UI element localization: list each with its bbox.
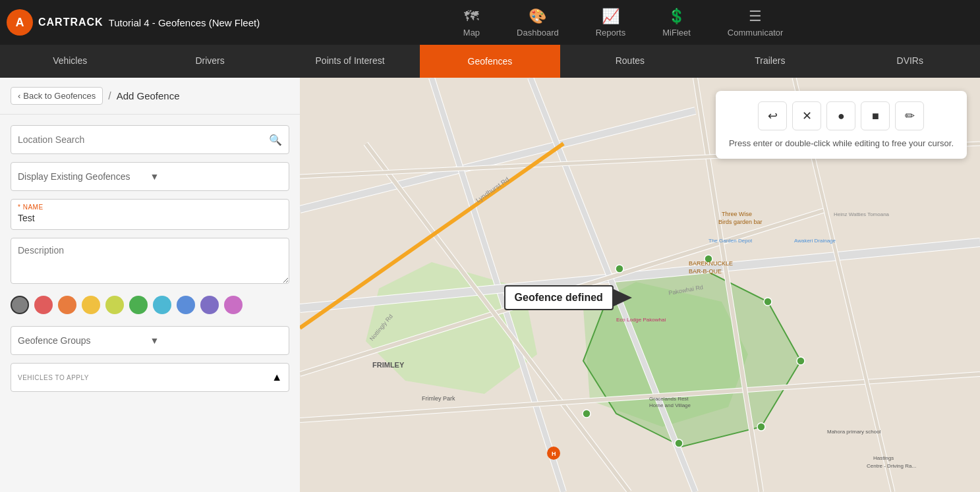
color-swatch-cyan[interactable] xyxy=(153,296,171,314)
tab-drivers[interactable]: Drivers xyxy=(140,45,279,78)
color-swatch-lime[interactable] xyxy=(105,296,124,314)
location-search-input[interactable] xyxy=(18,134,269,145)
dashboard-icon: 🎨 xyxy=(529,8,546,25)
svg-text:Hastings: Hastings xyxy=(873,455,894,461)
logo-area: A CARTRACK Tutorial 4 - Geofences (New F… xyxy=(7,9,260,36)
back-to-geofences-button[interactable]: ‹ Back to Geofences xyxy=(11,87,103,105)
nav-item-communicator[interactable]: ☰ Communicator xyxy=(709,3,802,43)
geofence-defined-label: Geofence defined xyxy=(504,285,614,310)
geofence-groups-label: Geofence Groups xyxy=(18,335,150,346)
color-swatch-pink[interactable] xyxy=(224,296,243,314)
color-swatch-purple[interactable] xyxy=(200,296,219,314)
nav-label-reports: Reports xyxy=(596,28,626,38)
description-field[interactable] xyxy=(11,238,289,284)
square-icon: ■ xyxy=(872,109,879,123)
svg-point-35 xyxy=(757,423,765,431)
back-button-label: Back to Geofences xyxy=(23,91,96,101)
svg-point-34 xyxy=(797,357,805,365)
svg-point-36 xyxy=(675,439,683,447)
close-toolbar-button[interactable]: ✕ xyxy=(792,101,821,130)
name-field-group: * NAME xyxy=(11,199,289,230)
svg-text:Gracelands Rest: Gracelands Rest xyxy=(649,396,689,402)
form-area: 🔍 Display Existing Geofences ▼ * NAME xyxy=(0,115,300,402)
breadcrumb-current: Add Geofence xyxy=(117,90,180,101)
square-draw-button[interactable]: ■ xyxy=(861,101,890,130)
tab-dvirs-label: DVIRs xyxy=(897,55,923,66)
color-swatch-green[interactable] xyxy=(129,296,148,314)
breadcrumb-separator: / xyxy=(108,90,111,102)
geofence-groups-arrow-icon: ▼ xyxy=(150,335,283,346)
svg-text:Home and Village: Home and Village xyxy=(649,402,691,408)
svg-text:Three Wise: Three Wise xyxy=(722,211,752,217)
nav-item-mifleet[interactable]: 💲 MiFleet xyxy=(644,3,709,43)
search-button[interactable]: 🔍 xyxy=(269,134,282,146)
mifleet-icon: 💲 xyxy=(668,8,685,25)
tab-trailers-label: Trailers xyxy=(755,55,785,66)
tab-poi-label: Points of Interest xyxy=(316,55,385,66)
undo-button[interactable]: ↩ xyxy=(758,101,787,130)
name-input[interactable] xyxy=(18,213,282,223)
breadcrumb: ‹ Back to Geofences / Add Geofence xyxy=(0,78,300,115)
tab-poi[interactable]: Points of Interest xyxy=(280,45,420,78)
color-swatch-gray[interactable] xyxy=(11,296,29,314)
nav-label-mifleet: MiFleet xyxy=(662,28,691,38)
back-arrow-icon: ‹ xyxy=(18,91,20,101)
toolbar-hint: Press enter or double-click while editin… xyxy=(729,138,954,148)
svg-text:The Garden Depot: The Garden Depot xyxy=(708,238,753,244)
vehicles-label: VEHICLES TO APPLY xyxy=(18,374,89,381)
svg-text:Eco Lodge Pakowhai: Eco Lodge Pakowhai xyxy=(616,317,666,323)
vehicles-expand-icon: ▲ xyxy=(272,371,282,383)
map-area: Lyndhurst Rd Nottingly Rd Pakowhai Rd FR… xyxy=(300,78,980,492)
tab-drivers-label: Drivers xyxy=(195,55,224,66)
svg-point-37 xyxy=(583,410,591,418)
tab-vehicles[interactable]: Vehicles xyxy=(0,45,140,78)
name-field-label: * NAME xyxy=(18,204,282,211)
display-existing-label: Display Existing Geofences xyxy=(18,171,150,182)
dropdown-arrow-icon: ▼ xyxy=(150,171,283,182)
toolbar-buttons: ↩ ✕ ● ■ ✏ xyxy=(758,101,924,130)
svg-text:Awakeri Drainage: Awakeri Drainage xyxy=(794,238,836,244)
color-swatch-red[interactable] xyxy=(34,296,53,314)
color-swatch-blue[interactable] xyxy=(177,296,195,314)
nav-item-dashboard[interactable]: 🎨 Dashboard xyxy=(498,3,577,43)
tab-routes-label: Routes xyxy=(616,55,645,66)
location-search-box: 🔍 xyxy=(11,125,289,154)
svg-text:H: H xyxy=(552,451,556,457)
svg-text:Centre - Driving Ra...: Centre - Driving Ra... xyxy=(867,463,916,469)
vehicles-to-apply-section[interactable]: VEHICLES TO APPLY ▲ xyxy=(11,363,289,392)
nav-label-communicator: Communicator xyxy=(728,28,784,38)
svg-text:FRIMLEY: FRIMLEY xyxy=(372,361,405,369)
nav-label-dashboard: Dashboard xyxy=(517,28,559,38)
map-icon: 🗺 xyxy=(464,8,478,25)
nav-item-map[interactable]: 🗺 Map xyxy=(445,3,498,43)
circle-draw-button[interactable]: ● xyxy=(826,101,855,130)
svg-text:Frimley Park: Frimley Park xyxy=(422,395,455,402)
color-picker xyxy=(11,292,289,318)
edit-button[interactable]: ✏ xyxy=(895,101,924,130)
color-swatch-yellow[interactable] xyxy=(82,296,100,314)
communicator-icon: ☰ xyxy=(749,8,762,25)
svg-text:Birds garden bar: Birds garden bar xyxy=(718,219,763,225)
tab-routes[interactable]: Routes xyxy=(560,45,700,78)
svg-point-33 xyxy=(764,298,772,306)
geofence-groups-dropdown[interactable]: Geofence Groups ▼ xyxy=(11,326,289,355)
svg-text:BAR-B-QUE: BAR-B-QUE xyxy=(689,268,722,275)
edit-icon: ✏ xyxy=(905,109,915,123)
second-nav-bar: Vehicles Drivers Points of Interest Geof… xyxy=(0,45,980,78)
nav-label-map: Map xyxy=(463,28,480,38)
logo-name: CARTRACK xyxy=(38,16,103,28)
display-existing-geofences-dropdown[interactable]: Display Existing Geofences ▼ xyxy=(11,162,289,191)
nav-item-reports[interactable]: 📈 Reports xyxy=(577,3,645,43)
tab-trailers[interactable]: Trailers xyxy=(700,45,840,78)
map-toolbar: ↩ ✕ ● ■ ✏ Press enter or double-click wh… xyxy=(716,91,967,159)
tab-geofences[interactable]: Geofences xyxy=(420,45,560,78)
color-swatch-orange[interactable] xyxy=(58,296,76,314)
svg-text:BAREKNUCKLE: BAREKNUCKLE xyxy=(689,260,733,267)
top-nav-items: 🗺 Map 🎨 Dashboard 📈 Reports 💲 MiFleet ☰ … xyxy=(273,3,973,43)
close-icon: ✕ xyxy=(802,109,812,123)
tab-vehicles-label: Vehicles xyxy=(53,55,87,66)
tab-geofences-label: Geofences xyxy=(468,56,513,67)
reports-icon: 📈 xyxy=(602,8,620,25)
top-nav-bar: A CARTRACK Tutorial 4 - Geofences (New F… xyxy=(0,0,980,45)
tab-dvirs[interactable]: DVIRs xyxy=(840,45,980,78)
